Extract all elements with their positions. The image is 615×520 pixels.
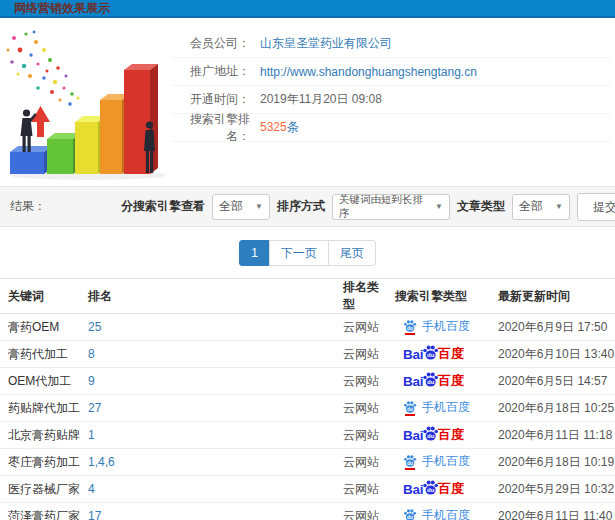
chevron-down-icon: ▼ <box>429 202 443 211</box>
updated-cell: 2020年6月18日 10:25 <box>490 395 615 422</box>
info-row-url: 推广地址： http://www.shandonghuangshengtang.… <box>172 58 611 86</box>
rank-type-cell: 云网站 <box>335 422 387 449</box>
baidu-pc-logo: Bai百度 <box>403 345 464 363</box>
table-row: 菏泽膏药厂家 17 云网站 手机百度 Bai百度 2020年6月11日 11:4… <box>0 503 615 520</box>
open-time-label: 开通时间： <box>172 91 250 108</box>
rank-link[interactable]: 17 <box>88 509 101 520</box>
table-row: 枣庄膏药加工 1,4,6 云网站 手机百度 Bai百度 2020年6月18日 1… <box>0 449 615 476</box>
article-type-label: 文章类型 <box>457 198 505 215</box>
info-row-company: 会员公司： 山东皇圣堂药业有限公司 <box>172 30 611 58</box>
keyword-cell: 北京膏药贴牌 <box>0 422 80 449</box>
keyword-cell: 菏泽膏药厂家 <box>0 503 80 520</box>
promo-url-label: 推广地址： <box>172 63 250 80</box>
engine-filter-label: 分搜索引擎查看 <box>121 198 205 215</box>
result-label: 结果： <box>10 198 46 215</box>
table-row: 膏药代加工 8 云网站 手机百度 Bai百度 2020年6月10日 13:40 <box>0 341 615 368</box>
search-engine-cell: 手机百度 Bai百度 <box>387 314 490 341</box>
updated-cell: 2020年6月11日 11:18 <box>490 422 615 449</box>
updated-cell: 2020年6月11日 11:40 <box>490 503 615 520</box>
last-page-button[interactable]: 尾页 <box>328 240 376 266</box>
businessman-left-figure <box>21 109 37 152</box>
header-rank: 排名 <box>80 279 335 314</box>
sort-select[interactable]: 关键词由短到长排序 ▼ <box>332 194 450 220</box>
rank-type-cell: 云网站 <box>335 314 387 341</box>
header-updated: 最新更新时间 <box>490 279 615 314</box>
baidu-pc-logo: Bai百度 <box>403 426 464 444</box>
open-time-value: 2019年11月20日 09:08 <box>260 91 382 108</box>
table-row: 医疗器械厂家 4 云网站 手机百度 Bai百度 2020年5月29日 10:32 <box>0 476 615 503</box>
rank-link[interactable]: 1 <box>88 428 95 442</box>
company-link[interactable]: 山东皇圣堂药业有限公司 <box>260 35 392 52</box>
member-info-panel: 会员公司： 山东皇圣堂药业有限公司 推广地址： http://www.shand… <box>172 18 615 186</box>
rank-type-cell: 云网站 <box>335 476 387 503</box>
info-row-rank-count: 搜索引擎排名： 5325条 <box>172 114 611 142</box>
rank-link[interactable]: 8 <box>88 347 95 361</box>
rank-type-cell: 云网站 <box>335 449 387 476</box>
search-engine-cell: 手机百度 Bai百度 <box>387 449 490 476</box>
updated-cell: 2020年6月9日 17:50 <box>490 314 615 341</box>
rank-count-number: 5325 <box>260 120 287 134</box>
rank-link[interactable]: 4 <box>88 482 95 496</box>
search-engine-cell: 手机百度 Bai百度 <box>387 395 490 422</box>
rank-count-value: 5325条 <box>260 119 299 136</box>
baidu-mobile-logo: 手机百度 <box>403 318 470 335</box>
search-engine-cell: 手机百度 Bai百度 <box>387 476 490 503</box>
growth-chart-image <box>0 24 172 184</box>
header-rank-type: 排名类型 <box>335 279 387 314</box>
table-row: OEM代加工 9 云网站 手机百度 Bai百度 2020年6月5日 14:57 <box>0 368 615 395</box>
submit-button[interactable]: 提交 <box>577 193 615 221</box>
pagination: 1 下一页 尾页 <box>0 240 615 266</box>
updated-cell: 2020年5月29日 10:32 <box>490 476 615 503</box>
search-engine-cell: 手机百度 Bai百度 <box>387 368 490 395</box>
baidu-red-underline <box>405 414 415 416</box>
engine-filter-value: 全部 <box>219 198 243 215</box>
updated-cell: 2020年6月10日 13:40 <box>490 341 615 368</box>
filter-controls: 分搜索引擎查看 全部 ▼ 排序方式 关键词由短到长排序 ▼ 文章类型 全部 ▼ … <box>121 193 615 221</box>
baidu-pc-logo: Bai百度 <box>403 372 464 390</box>
engine-filter-select[interactable]: 全部 ▼ <box>212 194 270 220</box>
next-page-button[interactable]: 下一页 <box>269 240 329 266</box>
keyword-cell: 枣庄膏药加工 <box>0 449 80 476</box>
baidu-mobile-logo: 手机百度 <box>403 453 470 470</box>
keyword-cell: OEM代加工 <box>0 368 80 395</box>
rank-type-cell: 云网站 <box>335 395 387 422</box>
rank-count-unit: 条 <box>287 120 299 134</box>
promo-url-link[interactable]: http://www.shandonghuangshengtang.cn <box>260 65 477 79</box>
table-header-row: 关键词 排名 排名类型 搜索引擎类型 最新更新时间 <box>0 279 615 314</box>
rank-type-cell: 云网站 <box>335 503 387 520</box>
sort-label: 排序方式 <box>277 198 325 215</box>
article-type-select[interactable]: 全部 ▼ <box>512 194 570 220</box>
baidu-red-underline <box>405 333 415 335</box>
keyword-cell: 膏药代加工 <box>0 341 80 368</box>
rank-link[interactable]: 27 <box>88 401 101 415</box>
chevron-down-icon: ▼ <box>549 202 563 211</box>
rank-link[interactable]: 1,4,6 <box>88 455 115 469</box>
rank-link[interactable]: 9 <box>88 374 95 388</box>
chevron-down-icon: ▼ <box>249 202 263 211</box>
sort-value: 关键词由短到长排序 <box>339 193 429 221</box>
top-header-bar: 网络营销效果展示 <box>0 0 615 18</box>
keyword-cell: 医疗器械厂家 <box>0 476 80 503</box>
baidu-mobile-logo: 手机百度 <box>403 399 470 416</box>
rank-count-label: 搜索引擎排名： <box>172 111 250 145</box>
table-row: 药贴牌代加工 27 云网站 手机百度 Bai百度 2020年6月18日 10:2… <box>0 395 615 422</box>
up-arrow-icon <box>31 106 50 137</box>
baidu-pc-logo: Bai百度 <box>403 480 464 498</box>
search-engine-cell: 手机百度 Bai百度 <box>387 422 490 449</box>
page-title: 网络营销效果展示 <box>14 0 110 17</box>
table-row: 北京膏药贴牌 1 云网站 手机百度 Bai百度 2020年6月11日 11:18 <box>0 422 615 449</box>
header-engine-type: 搜索引擎类型 <box>387 279 490 314</box>
search-engine-cell: 手机百度 Bai百度 <box>387 503 490 520</box>
rank-type-cell: 云网站 <box>335 368 387 395</box>
header-keyword: 关键词 <box>0 279 80 314</box>
updated-cell: 2020年6月5日 14:57 <box>490 368 615 395</box>
table-row: 膏药OEM 25 云网站 手机百度 Bai百度 2020年6月9日 17:50 <box>0 314 615 341</box>
page-1-button[interactable]: 1 <box>239 240 270 266</box>
rank-link[interactable]: 25 <box>88 320 101 334</box>
bar-chart-illustration <box>0 18 172 186</box>
baidu-mobile-logo: 手机百度 <box>403 507 470 520</box>
ranking-table: 关键词 排名 排名类型 搜索引擎类型 最新更新时间 膏药OEM 25 云网站 手… <box>0 278 615 520</box>
search-engine-cell: 手机百度 Bai百度 <box>387 341 490 368</box>
updated-cell: 2020年6月18日 10:19 <box>490 449 615 476</box>
rank-type-cell: 云网站 <box>335 341 387 368</box>
